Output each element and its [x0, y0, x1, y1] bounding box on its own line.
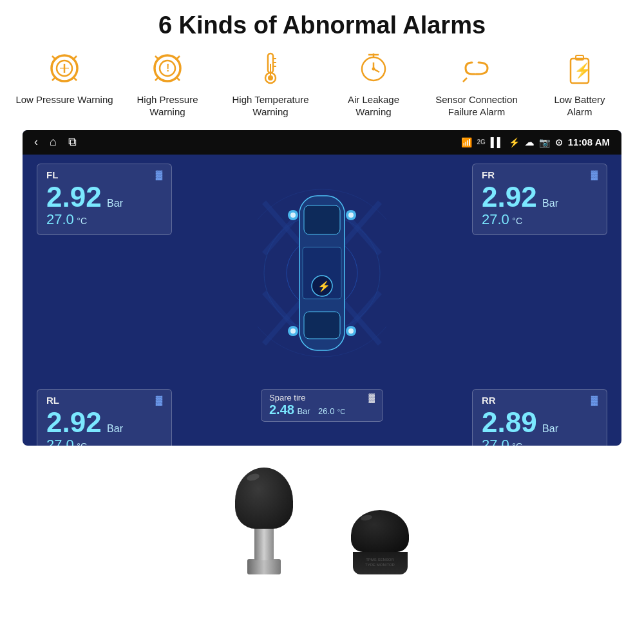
- alarm-high-temp: High TemperatureWarning: [219, 51, 322, 118]
- wifi-icon: 📶: [461, 137, 472, 147]
- alarm-sensor-fail: Sensor ConnectionFailure Alarm: [425, 51, 528, 118]
- svg-point-54: [290, 328, 296, 334]
- svg-text:!: !: [166, 62, 169, 73]
- fr-pressure-unit: Bar: [542, 198, 558, 209]
- spare-battery-icon: ▓: [369, 393, 375, 402]
- svg-point-50: [290, 213, 296, 218]
- spare-pressure-unit: Bar: [297, 406, 310, 416]
- rl-pressure: 2.92: [46, 406, 102, 438]
- svg-point-27: [372, 68, 375, 71]
- tpms-sensor-stem: [235, 468, 293, 574]
- sensor-fail-icon: [459, 51, 494, 90]
- rl-label: RL: [46, 395, 59, 406]
- rr-battery-icon: ▓: [591, 395, 598, 405]
- back-icon[interactable]: ‹: [34, 135, 38, 149]
- high-pressure-icon: !: [150, 51, 185, 90]
- cap-top: [351, 510, 409, 552]
- rl-header: RL ▓: [46, 395, 162, 406]
- rl-temp: 27.0: [46, 437, 74, 446]
- sensor-stem: [254, 525, 274, 560]
- spare-temp: 26.0: [318, 406, 334, 416]
- car-center-display: ⚡: [172, 164, 472, 383]
- rl-battery-icon: ▓: [156, 395, 162, 405]
- fl-temp-unit: °C: [77, 216, 87, 226]
- svg-text:⚡: ⚡: [574, 62, 592, 79]
- low-battery-icon: ⚡: [567, 51, 592, 90]
- page-wrapper: 6 Kinds of Abnormal Alarms Low Pressure …: [0, 0, 644, 644]
- high-temp-icon: [256, 51, 285, 90]
- hardware-section: TPMS SENSORTYRE MONITOR: [23, 452, 621, 574]
- cap-body: TPMS SENSORTYRE MONITOR: [353, 552, 408, 574]
- tpms-area: FL ▓ 2.92 Bar 27.0 °C: [23, 155, 621, 446]
- rr-label: RR: [482, 395, 496, 406]
- status-bar: ‹ ⌂ ⧉ 📶 2G ▌▌ ⚡ ☁ 📷 ⊙ 11:08 AM: [23, 130, 621, 155]
- rr-pressure: 2.89: [482, 406, 537, 438]
- status-indicators: 📶 2G ▌▌ ⚡ ☁ 📷 ⊙ 11:08 AM: [461, 137, 611, 147]
- spare-data-row: 2.48 Bar 26.0 °C: [269, 402, 375, 417]
- svg-point-56: [348, 328, 354, 334]
- alarms-row: Low Pressure Warning ! High PressureWarn…: [13, 51, 631, 118]
- tire-card-spare: Spare tire ▓ 2.48 Bar 26.0 °C: [261, 389, 383, 422]
- low-battery-label: Low BatteryAlarm: [554, 94, 605, 118]
- low-pressure-label: Low Pressure Warning: [15, 94, 113, 106]
- sensor-head: [235, 468, 293, 529]
- spare-label-text: Spare tire: [269, 393, 305, 402]
- nav-controls: ‹ ⌂ ⧉: [34, 135, 77, 149]
- tire-card-fr: FR ▓ 2.92 Bar 27.0 °C: [472, 164, 607, 235]
- fl-temp-row: 27.0 °C: [46, 211, 162, 228]
- rl-pressure-unit: Bar: [107, 423, 123, 434]
- rr-temp-unit: °C: [512, 441, 522, 446]
- tpms-screen: ‹ ⌂ ⧉ 📶 2G ▌▌ ⚡ ☁ 📷 ⊙ 11:08 AM F: [23, 130, 621, 446]
- spare-temp-unit: °C: [337, 408, 345, 415]
- high-pressure-label: High PressureWarning: [137, 94, 198, 118]
- air-leakage-label: Air LeakageWarning: [348, 94, 399, 118]
- cloud-icon: ☁: [525, 137, 534, 147]
- fr-temp-row: 27.0 °C: [482, 211, 598, 228]
- air-leakage-icon: [357, 51, 390, 90]
- target-icon: ⊙: [555, 137, 563, 147]
- fl-battery-icon: ▓: [156, 169, 162, 180]
- car-svg: ⚡: [258, 164, 386, 383]
- apps-icon[interactable]: ⧉: [68, 135, 77, 149]
- fr-temp: 27.0: [482, 211, 509, 227]
- home-icon[interactable]: ⌂: [50, 135, 57, 149]
- fr-label: FR: [482, 169, 495, 180]
- fl-temp: 27.0: [46, 211, 74, 227]
- alarm-air-leakage: Air LeakageWarning: [322, 51, 425, 118]
- tpms-sensor-cap: TPMS SENSORTYRE MONITOR: [351, 510, 409, 574]
- low-pressure-icon: [47, 51, 82, 90]
- alarm-low-battery: ⚡ Low BatteryAlarm: [528, 51, 631, 118]
- tire-card-rr: RR ▓ 2.89 Bar 27.0 °C: [472, 389, 607, 446]
- spare-header: Spare tire ▓: [269, 393, 375, 402]
- time-display: 11:08 AM: [568, 137, 610, 147]
- svg-rect-18: [270, 64, 271, 75]
- fr-header: FR ▓: [482, 169, 598, 180]
- rl-temp-unit: °C: [77, 441, 87, 446]
- svg-point-17: [268, 75, 273, 80]
- alarm-high-pressure: ! High PressureWarning: [116, 51, 219, 118]
- fr-pressure-row: 2.92 Bar: [482, 183, 598, 211]
- high-temp-label: High TemperatureWarning: [232, 94, 309, 118]
- alarm-low-pressure: Low Pressure Warning: [13, 51, 116, 106]
- bluetooth-icon: ⚡: [509, 137, 520, 147]
- svg-rect-44: [304, 205, 340, 234]
- fl-pressure-row: 2.92 Bar: [46, 183, 162, 211]
- fr-battery-icon: ▓: [591, 169, 598, 180]
- spare-pressure: 2.48: [269, 402, 294, 417]
- rr-pressure-unit: Bar: [542, 423, 558, 434]
- fr-pressure: 2.92: [482, 181, 537, 213]
- svg-text:⚡: ⚡: [317, 280, 330, 292]
- signal-badge: 2G: [477, 138, 486, 146]
- sensor-base: [247, 559, 281, 574]
- page-title: 6 Kinds of Abnormal Alarms: [158, 12, 486, 39]
- svg-line-28: [463, 78, 467, 82]
- svg-rect-45: [304, 312, 340, 339]
- camera-icon: 📷: [539, 137, 550, 147]
- fl-pressure-unit: Bar: [107, 198, 123, 209]
- tire-card-rl: RL ▓ 2.92 Bar 27.0 °C: [37, 389, 172, 446]
- tpms-top-row: FL ▓ 2.92 Bar 27.0 °C: [37, 164, 607, 383]
- rl-temp-row: 27.0 °C: [46, 437, 162, 446]
- fr-temp-unit: °C: [512, 216, 522, 226]
- cap-text: TPMS SENSORTYRE MONITOR: [365, 558, 395, 568]
- sensor-fail-label: Sensor ConnectionFailure Alarm: [435, 94, 518, 118]
